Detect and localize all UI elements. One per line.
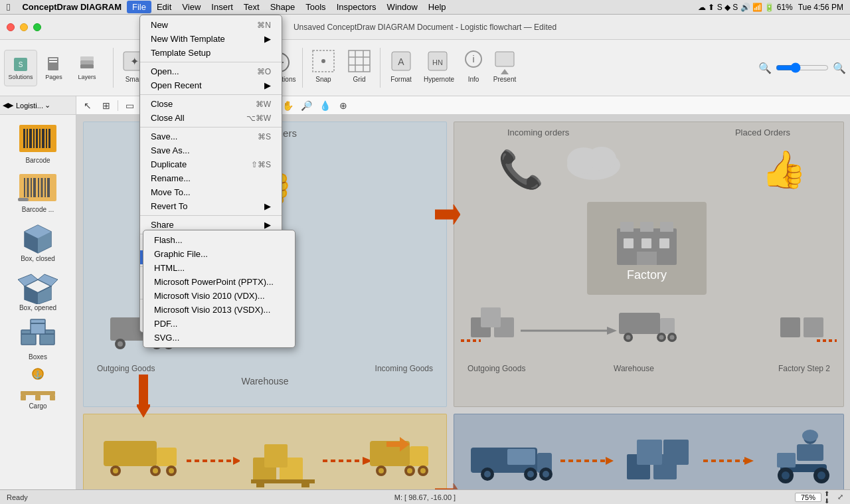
export-svg[interactable]: SVG... — [143, 331, 295, 345]
menu-new[interactable]: New ⌘N — [140, 18, 282, 32]
menu-help[interactable]: Help — [423, 1, 452, 13]
menu-close-all[interactable]: Close All ⌥⌘W — [140, 111, 282, 125]
status-bar: Ready M: [ 98.67, -16.00 ] ⬆⬇ ⤢ — [0, 489, 850, 504]
divider1 — [113, 48, 114, 88]
divider2 — [302, 48, 303, 88]
pages-tab[interactable]: Pages — [37, 50, 70, 86]
svg-point-139 — [153, 468, 158, 473]
menu-duplicate[interactable]: Duplicate ⇧⌘S — [140, 157, 282, 171]
solutions-tab[interactable]: S Solutions — [4, 50, 37, 86]
svg-point-34 — [321, 59, 325, 63]
svg-point-95 — [118, 341, 123, 347]
zoom-out-icon[interactable]: 🔍 — [758, 62, 772, 74]
menu-close[interactable]: Close ⌘W — [140, 97, 282, 111]
menu-insert[interactable]: Insert — [206, 1, 238, 13]
menu-text[interactable]: Text — [238, 1, 265, 13]
export-pptx[interactable]: Microsoft PowerPoint (PPTX)... — [143, 275, 295, 289]
barcode2-icon — [15, 169, 61, 206]
breadcrumb-dropdown[interactable]: ⌄ — [44, 101, 50, 110]
solutions-label: Solutions — [8, 74, 33, 80]
diagram-top-right: Incoming orders 📞 Placed Orders 👍 — [454, 122, 844, 407]
back-btn[interactable]: ◀ — [3, 101, 8, 110]
close-window-button[interactable] — [7, 23, 15, 31]
resize-handle[interactable]: ⤢ — [837, 493, 843, 501]
grid-tool[interactable]: Grid — [343, 46, 376, 90]
menu-open[interactable]: Open... ⌘O — [140, 64, 282, 78]
svg-marker-74 — [38, 286, 51, 304]
svg-rect-109 — [640, 222, 653, 232]
zoom-stepper[interactable]: ⬆⬇ — [824, 490, 829, 505]
box-closed-icon — [15, 218, 61, 255]
menu-inspectors[interactable]: Inspectors — [331, 1, 382, 13]
menu-move-to[interactable]: Move To... — [140, 185, 282, 199]
svg-rect-5 — [80, 64, 94, 68]
zoom-control[interactable]: ⬆⬇ — [795, 490, 829, 505]
svg-rect-49 — [23, 129, 25, 148]
svg-rect-153 — [410, 446, 428, 466]
info-tool[interactable]: i Info — [460, 46, 487, 90]
svg-rect-110 — [660, 222, 673, 232]
coordinates: M: [ 98.67, -16.00 ] — [394, 493, 456, 501]
zoom-slider[interactable] — [776, 62, 829, 73]
panel-item-boxes[interactable]: Boxes — [15, 317, 61, 361]
menu-save[interactable]: Save... ⌘S — [140, 129, 282, 143]
svg-point-157 — [407, 468, 412, 473]
menu-window[interactable]: Window — [382, 1, 423, 13]
svg-rect-114 — [637, 252, 657, 265]
panel-item-cargo[interactable]: ⚓ Cargo — [15, 366, 61, 410]
svg-marker-132 — [435, 205, 460, 224]
divider3 — [380, 48, 381, 88]
menu-view[interactable]: View — [177, 1, 206, 13]
snap-tool[interactable]: Snap — [307, 46, 340, 90]
svg-rect-170 — [507, 449, 535, 465]
arrow-right-br — [703, 454, 756, 470]
zoom-in-icon[interactable]: 🔍 — [833, 62, 846, 74]
panel-item-barcode[interactable]: Barcode — [15, 120, 61, 164]
table-tool[interactable]: ⊞ — [98, 99, 115, 112]
clock: Tue 4:56 PM — [798, 3, 843, 12]
minimize-window-button[interactable] — [20, 23, 28, 31]
placed-orders-label-tr: Placed Orders — [735, 127, 790, 137]
export-vdx[interactable]: Microsoft Visio 2010 (VDX)... — [143, 289, 295, 303]
rect-tool[interactable]: ▭ — [121, 99, 138, 112]
svg-rect-125 — [660, 318, 675, 334]
eyedropper-tool[interactable]: ⊕ — [335, 99, 352, 112]
menu-new-with-template[interactable]: New With Template ▶ — [140, 32, 282, 46]
pointer-tool[interactable]: ↖ — [79, 99, 96, 112]
maximize-window-button[interactable] — [33, 23, 41, 31]
app-name[interactable]: ConceptDraw DIAGRAM — [17, 2, 127, 12]
menu-template-setup[interactable]: Template Setup — [140, 46, 282, 60]
svg-rect-54 — [39, 129, 41, 148]
layers-tab[interactable]: Layers — [70, 50, 104, 86]
zoom-value[interactable] — [795, 493, 821, 502]
export-flash[interactable]: Flash... — [143, 233, 295, 247]
panel-item-box-closed[interactable]: Box, closed — [15, 218, 61, 262]
menu-shape[interactable]: Shape — [265, 1, 301, 13]
hypernote-tool[interactable]: HN Hypernote — [420, 46, 458, 90]
truck-incoming-bl — [97, 434, 183, 480]
color-tool[interactable]: 💧 — [316, 99, 333, 112]
export-graphic-file[interactable]: Graphic File... — [143, 247, 295, 261]
panel-item-box-opened[interactable]: Box, opened — [15, 268, 61, 311]
menu-edit[interactable]: Edit — [151, 1, 177, 13]
apple-menu[interactable]:  — [0, 1, 17, 13]
present-tool[interactable]: Present — [489, 46, 520, 90]
barcode2-label: Barcode ... — [22, 206, 54, 213]
menu-open-recent[interactable]: Open Recent ▶ — [140, 78, 282, 92]
svg-point-105 — [587, 147, 616, 171]
menu-revert-to[interactable]: Revert To ▶ — [140, 199, 282, 213]
format-tool[interactable]: A Format — [384, 46, 418, 90]
arrow-between-top — [435, 205, 460, 227]
zoom-tool[interactable]: 🔎 — [298, 99, 315, 112]
panel-item-barcode2[interactable]: Barcode ... — [15, 169, 61, 213]
svg-rect-7 — [80, 56, 94, 60]
menu-tools[interactable]: Tools — [300, 1, 331, 13]
menu-save-as[interactable]: Save As... — [140, 143, 282, 157]
grid-label: Grid — [353, 76, 366, 83]
menu-file[interactable]: File — [127, 1, 151, 13]
menu-rename[interactable]: Rename... — [140, 171, 282, 185]
export-html[interactable]: HTML... — [143, 261, 295, 275]
forward-btn[interactable]: ▶ — [8, 101, 13, 110]
export-vsdx[interactable]: Microsoft Visio 2013 (VSDX)... — [143, 303, 295, 317]
export-pdf[interactable]: PDF... — [143, 317, 295, 331]
